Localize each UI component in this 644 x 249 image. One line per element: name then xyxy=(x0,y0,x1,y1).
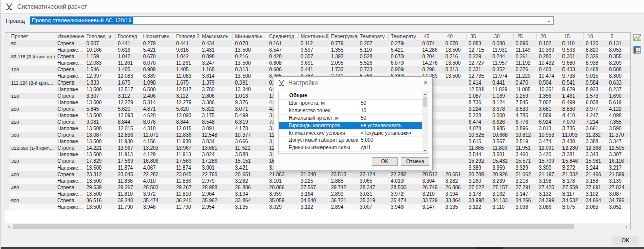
table-cell[interactable]: 3.972 xyxy=(141,191,174,197)
table-cell[interactable]: 0.280 xyxy=(537,53,560,60)
table-cell[interactable]: 250 xyxy=(9,119,55,125)
row-gutter[interactable] xyxy=(5,106,9,112)
table-cell[interactable]: Стрела xyxy=(55,145,84,151)
table-cell[interactable]: 3.972 xyxy=(389,191,420,197)
table-cell[interactable]: 35.962 xyxy=(200,197,233,204)
table-cell[interactable]: 0.508 xyxy=(607,66,630,73)
table-cell[interactable]: 11.521 xyxy=(233,145,267,151)
table-cell[interactable]: 7.214 xyxy=(584,119,607,125)
table-cell[interactable]: 3.225 xyxy=(298,178,329,184)
table-cell[interactable]: 0.301 xyxy=(560,53,583,60)
table-cell[interactable]: 9.616 xyxy=(174,47,200,53)
table-cell[interactable]: 11.790 xyxy=(116,204,141,210)
horizontal-scrollbar[interactable]: ‹ › xyxy=(5,223,630,230)
dialog-ok-button[interactable]: OK xyxy=(372,157,398,166)
table-cell[interactable]: 0.441 xyxy=(298,66,329,73)
table-cell[interactable]: 1.159 xyxy=(84,53,116,60)
table-cell[interactable]: 10.668 xyxy=(490,132,513,138)
table-cell[interactable]: 3.530 xyxy=(513,106,536,112)
table-cell[interactable]: 13.500 xyxy=(233,47,267,53)
table-cell[interactable]: 27.425 xyxy=(537,184,560,191)
table-cell[interactable]: 3.421 xyxy=(233,164,267,171)
column-header-5[interactable]: Гололед 2 xyxy=(174,33,200,40)
property-value[interactable]: даН xyxy=(358,144,428,151)
table-cell[interactable]: 11.790 xyxy=(174,204,200,210)
table-cell[interactable] xyxy=(443,79,466,86)
table-cell[interactable]: 28.086 xyxy=(267,184,298,191)
table-cell[interactable]: 12.093 xyxy=(116,112,141,119)
table-cell[interactable]: 6.776 xyxy=(513,119,536,125)
table-cell[interactable]: 4.078 xyxy=(466,125,490,132)
table-cell[interactable]: 3.567 xyxy=(490,138,513,145)
table-cell[interactable]: 0.355 xyxy=(607,53,630,60)
column-header-6[interactable]: Максималь... xyxy=(200,33,233,40)
table-cell[interactable]: 7.002 xyxy=(537,99,560,106)
table-cell[interactable]: 0.326 xyxy=(584,53,607,60)
table-cell[interactable]: 11.085 xyxy=(513,86,536,93)
table-cell[interactable]: 3.661 xyxy=(584,125,607,132)
table-cell[interactable]: 0.670 xyxy=(389,53,420,60)
table-cell[interactable]: Напряже... xyxy=(55,178,84,184)
table-cell[interactable]: 6.389 xyxy=(141,73,174,79)
table-cell[interactable]: 20.651 xyxy=(443,171,466,178)
table-cell[interactable]: 0.733 xyxy=(358,66,389,73)
table-cell[interactable]: 15.571 xyxy=(513,158,536,164)
table-cell[interactable]: 11.232 xyxy=(584,132,607,138)
property-value[interactable]: Напряжение xyxy=(358,152,428,154)
table-cell[interactable]: 8.053 xyxy=(607,47,630,53)
table-cell[interactable]: 4.620 xyxy=(141,112,174,119)
table-cell[interactable]: 12.997 xyxy=(84,73,116,79)
table-cell[interactable] xyxy=(443,138,466,145)
table-cell[interactable]: 12.091 xyxy=(537,145,560,151)
table-cell[interactable]: 13.500 xyxy=(84,178,116,184)
table-cell[interactable]: 9.015 xyxy=(584,73,607,79)
table-cell[interactable]: 2.954 xyxy=(200,204,233,210)
table-cell[interactable]: 3.307 xyxy=(84,93,116,99)
table-cell[interactable]: 1.405 xyxy=(116,66,141,73)
table-cell[interactable]: 0.102 xyxy=(537,40,560,47)
table-cell[interactable]: Напряже... xyxy=(55,191,84,197)
row-gutter[interactable] xyxy=(5,132,9,138)
table-cell[interactable]: 13.500 xyxy=(84,112,116,119)
table-cell[interactable]: 4.247 xyxy=(584,112,607,119)
table-cell[interactable]: 1.675 xyxy=(116,79,141,86)
column-header-15[interactable]: -35 xyxy=(466,33,490,40)
table-cell[interactable]: 3.519 xyxy=(513,138,536,145)
table-cell[interactable]: 3.024 xyxy=(200,151,233,158)
table-cell[interactable]: 0.898 xyxy=(200,53,233,60)
table-cell[interactable]: 1.379 xyxy=(200,79,233,86)
table-cell[interactable] xyxy=(443,86,466,93)
column-header-16[interactable]: -30 xyxy=(490,33,513,40)
table-cell[interactable]: Стрела xyxy=(55,184,84,191)
property-row[interactable]: Количество точек10 xyxy=(279,107,428,115)
table-cell[interactable]: 12.735 xyxy=(466,73,490,79)
table-cell[interactable]: 3.460 xyxy=(513,151,536,158)
table-cell[interactable]: 0.216 xyxy=(443,53,466,60)
table-row[interactable]: 400Стрела23.31223.04522.28223.04522.7652… xyxy=(5,171,630,178)
table-cell[interactable]: 5.421 xyxy=(389,47,420,53)
dialog-vertical-scrollbar[interactable]: ▲ ▼ xyxy=(422,91,428,153)
table-cell[interactable]: 15.292 xyxy=(466,158,490,164)
table-cell[interactable]: 0.403 xyxy=(537,66,560,73)
table-cell[interactable]: 0.161 xyxy=(267,40,298,47)
table-cell[interactable]: 33.864 xyxy=(233,197,267,204)
table-cell[interactable]: 11.930 xyxy=(174,138,200,145)
column-header-8[interactable]: Среднегод... xyxy=(267,33,298,40)
table-cell[interactable]: 3.162 xyxy=(490,191,513,197)
table-cell[interactable]: 9.081 xyxy=(84,119,116,125)
table-cell[interactable]: 12.581 xyxy=(466,86,490,93)
table-cell[interactable]: 3.420 xyxy=(537,151,560,158)
table-cell[interactable]: 15.846 xyxy=(560,158,583,164)
table-cell[interactable]: Стрела xyxy=(55,132,84,138)
table-cell[interactable]: 3.101 xyxy=(267,178,298,184)
column-header-2[interactable]: Гололед_и... xyxy=(84,33,116,40)
table-cell[interactable]: 23.045 xyxy=(116,171,141,178)
column-header-4[interactable]: Нормативн... xyxy=(141,33,174,40)
table-cell[interactable]: 2.806 xyxy=(200,93,233,99)
table-cell[interactable]: 3.282 xyxy=(233,178,267,184)
table-cell[interactable]: 11.931 xyxy=(490,47,513,53)
table-cell[interactable]: 3.194 xyxy=(233,191,267,197)
table-cell[interactable]: 8.844 xyxy=(174,119,200,125)
table-cell[interactable]: 13.681 xyxy=(200,145,233,151)
table-cell[interactable]: 3.031 xyxy=(358,191,389,197)
